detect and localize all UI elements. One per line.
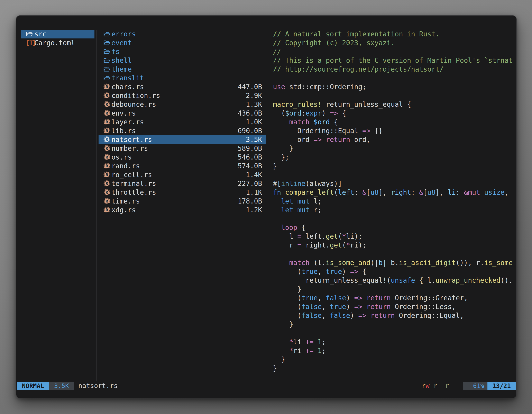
file-row[interactable]: [T]Cargo.toml — [21, 39, 95, 47]
rust-file-icon: R — [103, 162, 110, 170]
rust-file-icon: R — [103, 110, 110, 117]
entry-size: 1.1K — [246, 188, 262, 197]
svg-text:R: R — [106, 181, 108, 186]
folder-row[interactable]: event — [99, 39, 266, 47]
entry-name: env.rs — [111, 109, 136, 118]
rust-file-icon: R — [103, 92, 110, 99]
file-row[interactable]: Rxdg.rs1.2K — [99, 206, 266, 214]
rust-file-icon: R — [103, 171, 110, 178]
file-row[interactable]: Rterminal.rs227.0B — [99, 179, 266, 188]
entry-size: 1.4K — [246, 170, 262, 179]
open-folder-icon — [103, 65, 110, 74]
svg-text:R: R — [106, 111, 108, 116]
svg-text:R: R — [106, 120, 108, 124]
entry-size: 447.0B — [238, 82, 262, 91]
rust-file-icon: R — [103, 101, 110, 108]
open-folder-icon — [103, 56, 110, 65]
file-row[interactable]: Rlib.rs690.0B — [99, 126, 266, 135]
code-line: (true, false) => return Ordering::Greate… — [273, 294, 516, 302]
entry-name: os.rs — [111, 153, 132, 162]
open-folder-icon — [103, 57, 110, 64]
file-size-badge: 3.5K — [49, 382, 74, 390]
code-line: match (l.is_some_and(|b| b.is_ascii_digi… — [273, 258, 516, 267]
entry-name: Cargo.toml — [34, 39, 75, 47]
code-line: match $ord { — [273, 118, 516, 126]
rust-file-icon: R — [103, 136, 110, 143]
entry-name: xdg.rs — [111, 206, 136, 214]
code-line — [273, 170, 516, 179]
code-line: l = left.get(*li); — [273, 232, 516, 241]
folder-row[interactable]: shell — [99, 56, 266, 65]
folder-row[interactable]: fs — [99, 47, 266, 56]
code-line: }; — [273, 153, 516, 162]
file-row[interactable]: Rlayer.rs1.0K — [99, 118, 266, 126]
file-row[interactable]: Renv.rs436.0B — [99, 109, 266, 118]
rust-file-icon: R — [103, 126, 110, 135]
permissions-text: -rw-r--r-- — [418, 382, 457, 390]
rust-file-icon: R — [103, 163, 110, 170]
rust-file-icon: R — [103, 197, 110, 206]
entry-name: fs — [111, 47, 120, 56]
entry-name: debounce.rs — [111, 100, 156, 109]
entry-name: condition.rs — [111, 91, 160, 100]
code-line: } — [273, 285, 516, 294]
rust-file-icon: R — [103, 198, 110, 205]
code-line — [273, 91, 516, 100]
file-row[interactable]: Rdebounce.rs1.3K — [99, 100, 266, 109]
status-bar: NORMAL 3.5K natsort.rs -rw-r--r-- 61% 13… — [16, 382, 517, 390]
file-row[interactable]: Rthrottle.rs1.1K — [99, 188, 266, 197]
pane-divider-left — [96, 30, 97, 381]
entry-size: 227.0B — [238, 179, 262, 188]
entry-name: errors — [111, 30, 136, 39]
code-line: macro_rules! return_unless_equal { — [273, 100, 516, 109]
file-row[interactable]: Rnumber.rs589.0B — [99, 144, 266, 153]
entry-name: src — [34, 30, 47, 39]
open-folder-icon — [26, 31, 33, 37]
file-row[interactable]: Rrand.rs574.0B — [99, 162, 266, 170]
pane-divider-right — [269, 30, 269, 381]
code-line: } — [273, 320, 516, 329]
file-row[interactable]: Rtime.rs178.0B — [99, 197, 266, 206]
folder-row[interactable]: errors — [99, 30, 266, 39]
open-folder-icon — [103, 31, 110, 37]
rust-file-icon: R — [103, 118, 110, 126]
entry-name: terminal.rs — [111, 179, 156, 188]
entry-name: translit — [111, 74, 144, 82]
entry-name: lib.rs — [111, 126, 136, 135]
rust-file-icon: R — [103, 179, 110, 188]
mode-badge: NORMAL — [17, 382, 49, 390]
rust-file-icon: R — [103, 145, 110, 152]
code-line: } — [273, 144, 516, 153]
code-line: // — [273, 47, 516, 56]
rust-file-icon: R — [103, 135, 110, 144]
open-folder-icon — [103, 48, 110, 55]
rust-file-icon: R — [103, 100, 110, 109]
folder-row[interactable]: theme — [99, 65, 266, 74]
file-row[interactable]: Rro_cell.rs1.4K — [99, 170, 266, 179]
entry-name: throttle.rs — [111, 188, 156, 197]
rust-file-icon: R — [103, 118, 110, 125]
file-row[interactable]: Rcondition.rs2.9K — [99, 91, 266, 100]
file-row[interactable]: Ros.rs546.0B — [99, 153, 266, 162]
entry-size: 2.9K — [246, 91, 262, 100]
folder-row[interactable]: src — [21, 30, 95, 39]
entry-name: layer.rs — [111, 118, 144, 126]
code-line: // Copyright (c) 2023, sxyazi. — [273, 39, 516, 47]
yazi-file-manager-window: src[T]Cargo.toml errorseventfsshelltheme… — [16, 15, 517, 398]
svg-text:R: R — [106, 173, 108, 177]
rust-file-icon: R — [103, 188, 110, 197]
rust-file-icon: R — [103, 206, 110, 214]
open-folder-icon — [103, 40, 110, 46]
rust-file-icon: R — [103, 83, 110, 90]
entry-size: 178.0B — [238, 197, 262, 206]
entry-name: rand.rs — [111, 162, 140, 170]
folder-row[interactable]: translit — [99, 74, 266, 82]
file-row[interactable]: Rchars.rs447.0B — [99, 82, 266, 91]
rust-file-icon: R — [103, 82, 110, 91]
svg-text:R: R — [106, 128, 108, 133]
code-line: use std::cmp::Ordering; — [273, 82, 516, 91]
file-row[interactable]: Rnatsort.rs3.5K — [99, 135, 266, 144]
code-line: loop { — [273, 223, 516, 232]
code-line: return_unless_equal!(unsafe { l.unwrap_u… — [273, 276, 516, 285]
rust-file-icon: R — [103, 109, 110, 118]
